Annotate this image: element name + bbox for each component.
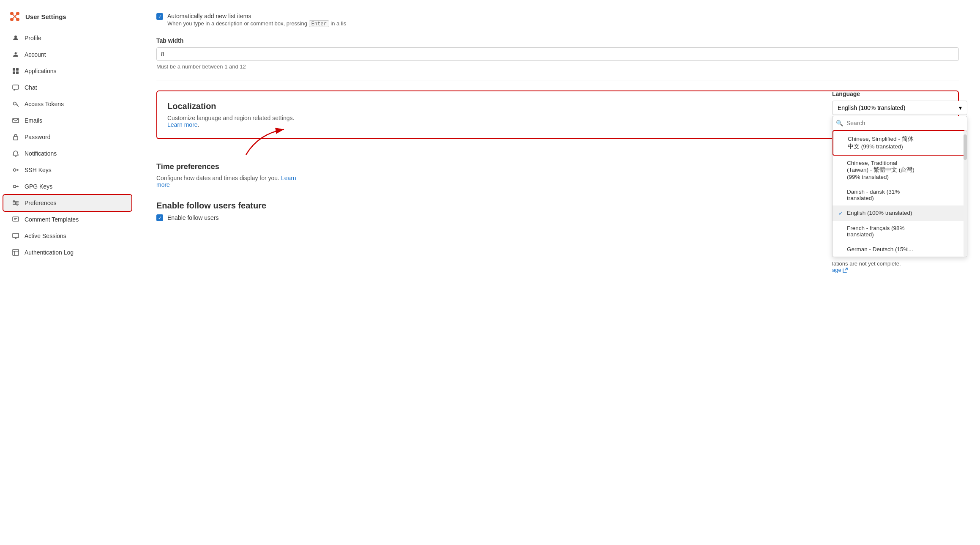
auto-list-items-row: Automatically add new list items When yo… [156,13,959,27]
svg-point-13 [14,102,16,105]
svg-rect-8 [13,68,15,71]
annotation-arrow [242,125,292,159]
sidebar-item-active-sessions[interactable]: Active Sessions [3,228,131,244]
table-icon [12,249,19,256]
envelope-icon [12,117,19,124]
auto-list-label: Automatically add new list items [167,13,251,19]
sidebar-item-label: SSH Keys [25,167,52,173]
language-panel: Language English (100% translated) ▾ 🔍 C… [832,90,967,273]
svg-point-7 [15,52,17,55]
sidebar-item-emails[interactable]: Emails [3,112,131,129]
svg-point-16 [14,169,16,171]
svg-point-6 [14,36,17,38]
sidebar-item-label: Profile [25,35,41,41]
sidebar-item-label: Authentication Log [25,249,74,256]
lang-item-danish[interactable]: Danish - dansk (31%translated) [833,184,967,205]
sidebar-item-label: GPG Keys [25,183,52,190]
sidebar-item-profile[interactable]: Profile [3,30,131,46]
language-search-row: 🔍 [833,116,967,130]
localization-title: Localization [167,101,948,111]
sidebar-item-label: Comment Templates [25,216,79,223]
svg-rect-9 [16,68,19,71]
scrollbar-track[interactable] [964,130,967,257]
gpg-key-icon [12,183,19,190]
comment-template-icon [12,216,19,223]
sidebar-item-access-tokens[interactable]: Access Tokens [3,96,131,112]
lang-item-chinese-simplified[interactable]: Chinese, Simplified - 简体中文 (99% translat… [833,130,967,156]
sidebar-item-account[interactable]: Account [3,47,131,63]
learn-more-link[interactable]: Learn more [167,121,198,128]
lang-item-german[interactable]: German - Deutsch (15%... [833,242,967,257]
sliders-icon [12,199,19,207]
svg-rect-14 [13,118,19,123]
gear-person-icon [12,51,19,58]
sidebar-item-label: Access Tokens [25,101,64,107]
auto-list-desc: When you type in a description or commen… [167,20,346,27]
tab-width-section: Tab width Must be a number between 1 and… [156,37,959,70]
tab-width-hint: Must be a number between 1 and 12 [156,63,959,70]
search-icon: 🔍 [836,120,843,126]
sidebar-item-chat[interactable]: Chat [3,79,131,96]
sidebar-title: User Settings [25,13,66,20]
chat-icon [12,84,19,91]
svg-rect-22 [13,233,19,238]
chevron-down-icon: ▾ [959,104,962,111]
language-search-input[interactable] [846,120,964,126]
ssh-key-icon [12,166,19,174]
sidebar-item-label: Preferences [25,200,56,206]
svg-rect-11 [16,71,19,74]
language-list: Chinese, Simplified - 简体中文 (99% translat… [833,130,967,257]
sidebar-item-authentication-log[interactable]: Authentication Log [3,244,131,260]
tab-width-input[interactable] [156,47,959,61]
sidebar-item-gpg-keys[interactable]: GPG Keys [3,178,131,194]
grid-icon [12,67,19,75]
svg-rect-23 [13,249,19,255]
tab-width-label: Tab width [156,37,959,44]
lang-item-label: French - français (98%translated) [847,225,905,238]
sidebar-item-password[interactable]: Password [3,129,131,145]
key-circle-icon [12,100,19,108]
bell-icon [12,150,19,157]
sidebar-item-comment-templates[interactable]: Comment Templates [3,211,131,227]
lang-item-chinese-traditional[interactable]: Chinese, Traditional(Taiwan) - 繁體中文 (台灣)… [833,156,967,184]
selected-language-text: English (100% translated) [838,104,905,111]
auto-list-text: Automatically add new list items When yo… [167,13,346,27]
sidebar-item-ssh-keys[interactable]: SSH Keys [3,162,131,178]
sidebar-item-label: Applications [25,68,57,74]
sidebar-item-label: Password [25,134,50,140]
language-dropdown: 🔍 Chinese, Simplified - 简体中文 (99% transl… [832,116,967,257]
translation-notice: lations are not yet complete. age [832,260,967,273]
sidebar: User Settings Profile Account Applicatio… [0,0,135,545]
main-content: Automatically add new list items When yo… [135,0,980,545]
sidebar-item-notifications[interactable]: Notifications [3,145,131,162]
divider [156,80,959,80]
language-select-button[interactable]: English (100% translated) ▾ [832,101,967,115]
localization-desc: Customize language and region related se… [167,115,948,128]
svg-rect-21 [13,217,19,221]
lang-item-french[interactable]: French - français (98%translated) [833,221,967,242]
language-label: Language [832,90,967,97]
sidebar-item-preferences[interactable]: Preferences [3,195,131,211]
lang-item-label: German - Deutsch (15%... [847,246,913,252]
sidebar-item-label: Active Sessions [25,233,66,239]
lang-item-label: Chinese, Simplified - 简体中文 (99% translat… [848,135,914,151]
language-change-link[interactable]: age [832,267,848,273]
sidebar-item-applications[interactable]: Applications [3,63,131,79]
scrollbar-thumb[interactable] [964,134,967,160]
lang-item-english[interactable]: ✓ English (100% translated) [833,205,967,221]
lang-item-label: Chinese, Traditional(Taiwan) - 繁體中文 (台灣)… [847,160,914,180]
sidebar-item-label: Chat [25,84,37,91]
sidebar-header: User Settings [0,7,135,30]
svg-point-18 [14,201,15,202]
logo-icon [8,10,21,23]
external-link-icon [843,268,848,273]
follow-checkbox-label: Enable follow users [167,214,218,221]
svg-point-17 [14,185,16,188]
lang-item-label: Danish - dansk (31%translated) [847,189,900,201]
auto-list-checkbox[interactable] [156,13,163,20]
follow-checkbox[interactable] [156,214,163,221]
svg-point-20 [17,204,18,205]
enter-key-badge: Enter [309,20,329,27]
lock-icon [12,133,19,141]
svg-rect-15 [14,137,18,140]
